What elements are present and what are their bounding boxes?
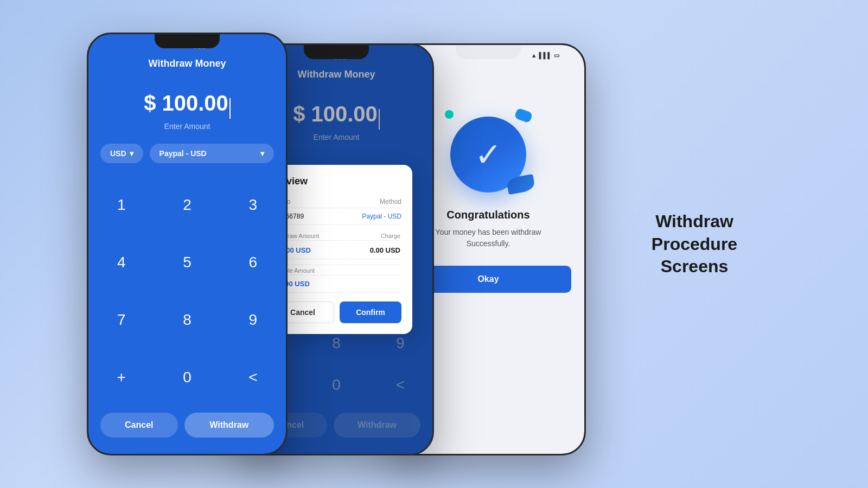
modal-charge-val: 0.00 USD [350, 242, 400, 259]
phone1-key-8[interactable]: 8 [154, 291, 220, 349]
phone1-usd-btn[interactable]: USD ▾ [100, 144, 143, 163]
phone1-key-4[interactable]: 4 [88, 234, 154, 291]
shape-decoration [514, 107, 533, 123]
phone1-currency-row: USD ▾ Paypal - USD ▾ [88, 144, 286, 163]
phone1-cancel-button[interactable]: Cancel [100, 413, 178, 438]
phone3-notch [456, 45, 521, 59]
modal-confirm-button[interactable]: Confirm [340, 301, 401, 323]
phone1-key-9[interactable]: 9 [220, 291, 286, 349]
modal-charge-header: Charge [350, 230, 400, 241]
phone1-key-1[interactable]: 1 [88, 176, 154, 234]
modal-payable-val: 100.00 USD [271, 275, 401, 293]
congrats-message: Your money has been withdrawSuccessfully… [436, 227, 541, 249]
usd-label: USD [110, 149, 126, 158]
modal-payable-header: Payable Amount [271, 265, 401, 275]
phone1-amount-label: Enter Amount [164, 122, 210, 131]
modal-title: preview [271, 176, 401, 187]
phone1-method-btn[interactable]: Paypal - USD ▾ [150, 144, 274, 163]
checkmark-icon: ✓ [475, 136, 502, 174]
side-title: Withdraw Procedure Screens [618, 210, 770, 278]
phone2-notch [304, 45, 369, 59]
phone1-key-3[interactable]: 3 [220, 176, 286, 234]
phone-1: 10:00 AM ▲ ▌▌▌ ▭ Withdraw Money $ 100.00… [87, 33, 288, 455]
usd-chevron: ▾ [130, 149, 133, 158]
teal-dot [445, 110, 454, 119]
side-title-line1: Withdraw Procedure [652, 211, 737, 254]
phone1-key-0[interactable]: 0 [154, 349, 220, 406]
main-scene: 10:00 AM ▲ ▌▌▌ ▭ Withdraw Money $ 100.00… [54, 11, 814, 477]
phone1-amount: $ 100.00 [144, 91, 228, 115]
modal-buttons: Cancel Confirm [271, 301, 401, 323]
congrats-title: Congratulations [446, 209, 529, 221]
phone1-key-2[interactable]: 2 [154, 176, 220, 234]
modal-col2-header: Method [330, 196, 401, 208]
phone3-signal-icon: ▌▌▌ [539, 52, 552, 59]
phone1-key-7[interactable]: 7 [88, 291, 154, 349]
method-label: Paypal - USD [159, 149, 207, 158]
phone1-key-6[interactable]: 6 [220, 234, 286, 291]
phone1-cursor [229, 98, 231, 119]
phone1-notch [155, 34, 220, 48]
phone1-numpad: 1 2 3 4 5 6 7 8 9 + 0 < [88, 176, 286, 406]
modal-method-val: Paypal - USD [330, 208, 401, 225]
phone1-withdraw-button[interactable]: Withdraw [184, 413, 274, 438]
phone3-battery-icon: ▭ [554, 52, 559, 59]
phone3-wifi-icon: ▲ [531, 52, 537, 59]
success-icon-area: ✓ [445, 106, 532, 192]
method-chevron: ▾ [260, 149, 264, 158]
phone1-key-5[interactable]: 5 [154, 234, 220, 291]
phone1-key-back[interactable]: < [220, 349, 286, 406]
side-title-line2: Screens [661, 256, 729, 276]
phone1-key-plus[interactable]: + [88, 349, 154, 406]
modal-table: RX No Method 123456789 Paypal - USD [271, 196, 401, 293]
phone1-title: Withdraw Money [149, 52, 226, 80]
phone1-bottom-btns: Cancel Withdraw [88, 406, 286, 454]
